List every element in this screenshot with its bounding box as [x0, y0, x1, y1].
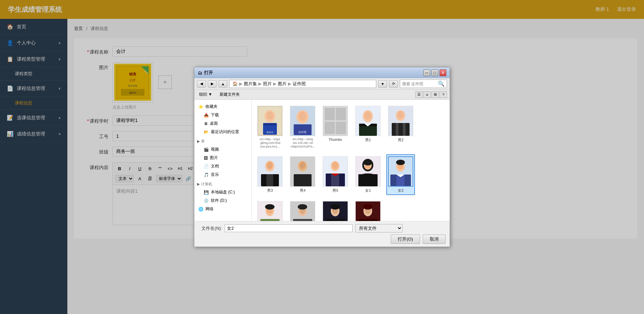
filename-label: 文件名(N): [198, 225, 222, 231]
open-button[interactable]: 打开(O) [391, 234, 420, 244]
svg-rect-73 [293, 219, 312, 221]
help-btn[interactable]: ? [440, 91, 447, 98]
nav-drive-c[interactable]: 💾 本地磁盘 (C:) [194, 188, 251, 196]
dialog-title: 🗂 打开 [198, 70, 213, 76]
file-thumb-nan1 [355, 106, 381, 136]
file-name-img1: src=http---img1.gtimg.com-finance-pics-h… [260, 137, 281, 148]
path-sep2: ▶ [258, 81, 262, 86]
nav-document[interactable]: 📄 文档 [194, 162, 251, 170]
back-btn[interactable]: ◀ [197, 80, 206, 88]
file-item-nv6[interactable]: 女6 [354, 199, 382, 221]
dialog-sidebar: ⭐ 收藏夹 📥 下载 🖥 桌面 📂 最近访问的位置 ▶ 库 [194, 100, 252, 221]
nav-favorites[interactable]: ⭐ 收藏夹 [194, 102, 251, 111]
file-thumb-nv5 [323, 201, 348, 221]
nav-music[interactable]: 🎵 音乐 [194, 170, 251, 179]
path-pictures-set[interactable]: 图片集 [244, 81, 257, 87]
dialog-footer: 文件名(N): 所有文件 打开(O) 取消 [194, 221, 450, 247]
cancel-button[interactable]: 取消 [423, 234, 446, 244]
svg-point-45 [299, 162, 305, 169]
file-name-nan2: 男2 [398, 137, 404, 143]
svg-point-67 [265, 204, 275, 210]
path-photos[interactable]: 照片 [263, 81, 272, 87]
minimize-btn[interactable]: ─ [423, 69, 430, 76]
up-btn[interactable]: ▲ [219, 80, 227, 88]
desktop-icon: 🖥 [204, 121, 208, 126]
path-images[interactable]: 图片 [278, 81, 287, 87]
path-id-photo[interactable]: 证件照 [293, 81, 306, 87]
svg-point-82 [363, 204, 373, 210]
document-label: 文档 [211, 163, 219, 169]
file-item-thumbs[interactable]: Thumbs [321, 104, 350, 150]
svg-rect-78 [326, 219, 345, 221]
file-item-img1[interactable]: 身份证 src=http---img1.gtimg.com-finance-pi… [256, 104, 284, 150]
svg-rect-68 [260, 219, 280, 221]
footer-filename-row: 文件名(N): 所有文件 [198, 224, 446, 232]
nav-section-computer: ▶ 计算机 [194, 180, 251, 188]
dialog-overlay: 🗂 打开 ─ □ ✕ ◀ ▶ ▲ 🏠 ▶ 图片集 ▶ 照片 ▶ 图片 ▶ [0, 0, 644, 314]
dialog-toolbar: 组织 ▼ 新建文件夹 ☰ ≡ ⊞ ? [194, 90, 450, 100]
document-icon: 📄 [204, 164, 209, 169]
music-icon: 🎵 [204, 172, 209, 177]
detail-view-btn[interactable]: ≡ [423, 91, 431, 98]
file-name-nan1: 男1 [365, 137, 371, 143]
svg-rect-37 [403, 123, 406, 136]
file-item-nan3[interactable]: 男3 [256, 154, 284, 195]
nav-recent[interactable]: 📂 最近访问的位置 [194, 128, 251, 136]
dialog-body: ⭐ 收藏夹 📥 下载 🖥 桌面 📂 最近访问的位置 ▶ 库 [194, 100, 450, 221]
window-controls: ─ □ ✕ [423, 69, 446, 76]
refresh-btn[interactable]: ⟳ [389, 80, 398, 88]
file-item-nan4[interactable]: 男4 [288, 154, 317, 195]
nav-desktop[interactable]: 🖥 桌面 [194, 119, 251, 128]
file-thumb-nv4 [290, 201, 315, 221]
download-icon: 📥 [204, 113, 209, 118]
filename-input[interactable] [225, 224, 353, 232]
nav-picture[interactable]: 🖼 图片 [194, 154, 251, 162]
nav-download[interactable]: 📥 下载 [194, 111, 251, 119]
expand-computer-icon: ▶ [197, 182, 200, 186]
path-dropdown-btn[interactable]: ▼ [378, 80, 387, 88]
file-item-img2[interactable]: 证件照 src=http---nimg.ws.126.net--url=http… [288, 104, 317, 150]
maximize-btn[interactable]: □ [431, 69, 438, 76]
file-item-nan2[interactable]: 男2 [386, 104, 415, 150]
file-thumb-img2: 证件照 [290, 106, 315, 136]
dialog-file-area: 身份证 src=http---img1.gtimg.com-finance-pi… [252, 100, 450, 221]
file-thumb-nv6 [355, 201, 381, 221]
file-item-nv3[interactable]: 女3 [256, 199, 284, 221]
network-label: 网络 [205, 206, 214, 212]
svg-rect-35 [392, 123, 410, 136]
path-home-icon: 🏠 [232, 81, 238, 86]
svg-point-72 [298, 204, 307, 210]
file-item-nv1[interactable]: 女1 [354, 154, 382, 195]
library-label: 库 [201, 139, 205, 144]
file-thumb-nv3 [257, 201, 283, 221]
filetype-select[interactable]: 所有文件 [355, 224, 402, 232]
nav-network[interactable]: 🌐 网络 [194, 205, 251, 213]
grid-view-btn[interactable]: ⊞ [431, 91, 439, 98]
forward-btn[interactable]: ▶ [208, 80, 217, 88]
file-item-nv2[interactable]: 女2 [386, 154, 415, 195]
nav-video[interactable]: 🎬 视频 [194, 145, 251, 154]
drive-c-label: 本地磁盘 (C:) [211, 189, 235, 195]
close-btn[interactable]: ✕ [440, 69, 446, 76]
path-sep3: ▶ [273, 81, 277, 86]
nav-drive-d[interactable]: 💿 软件 (D:) [194, 196, 251, 205]
file-item-nv4[interactable]: 女4 [288, 199, 317, 221]
dialog-nav-bar: ◀ ▶ ▲ 🏠 ▶ 图片集 ▶ 照片 ▶ 图片 ▶ 证件照 ▼ ⟳ 🔍 [194, 78, 450, 90]
file-thumb-nan3 [257, 156, 283, 187]
organize-btn[interactable]: 组织 ▼ [197, 91, 214, 98]
file-thumb-nv1 [355, 156, 381, 187]
picture-label: 图片 [210, 155, 218, 161]
search-bar: 🔍 [400, 80, 447, 88]
search-input[interactable] [402, 82, 438, 86]
dialog-title-bar: 🗂 打开 ─ □ ✕ [194, 67, 450, 78]
picture-icon: 🖼 [204, 156, 208, 160]
path-bar: 🏠 ▶ 图片集 ▶ 照片 ▶ 图片 ▶ 证件照 [229, 80, 376, 88]
svg-text:证件照: 证件照 [298, 131, 307, 134]
file-item-nv5[interactable]: 女5 [321, 199, 350, 221]
file-item-nan5[interactable]: 男5 [321, 154, 350, 195]
video-label: 视频 [211, 147, 219, 152]
file-item-nan1[interactable]: 男1 [354, 104, 382, 150]
file-grid: 身份证 src=http---img1.gtimg.com-finance-pi… [256, 104, 446, 221]
new-folder-btn[interactable]: 新建文件夹 [217, 91, 243, 98]
list-view-btn[interactable]: ☰ [415, 91, 423, 98]
